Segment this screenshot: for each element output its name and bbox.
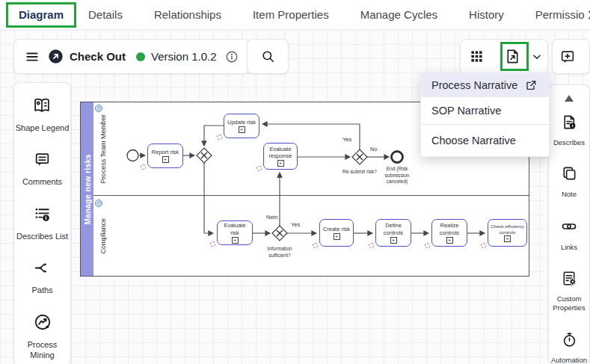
check-out-button[interactable]: Check Out: [70, 50, 126, 63]
right-tool-panel: Describes Note Links Custom Properties A…: [548, 84, 590, 364]
tab-manage-cycles[interactable]: Manage Cycles: [360, 8, 437, 21]
shape-legend-icon: [32, 96, 52, 118]
task-report-risk[interactable]: Report risk +: [147, 144, 183, 168]
task-evaluate-risk[interactable]: Evaluate risk +: [217, 220, 253, 245]
lane-label-strip: Compliance: [93, 197, 113, 277]
pool-header-band[interactable]: Manage new risks: [81, 102, 93, 276]
paths-icon: [33, 259, 52, 280]
panel-item-describes-list[interactable]: Describes List: [16, 205, 68, 241]
panel-item-note[interactable]: Note: [561, 165, 578, 199]
flow-label-nein: Nein: [266, 214, 277, 220]
panel-item-automation[interactable]: Automation: [551, 331, 587, 364]
subprocess-marker-icon: +: [446, 237, 453, 244]
pool-label: Manage new risks: [83, 154, 92, 225]
comment-plus-icon: [559, 49, 576, 65]
flow-label-yes: Yes: [291, 221, 300, 228]
panel-item-paths[interactable]: Paths: [31, 259, 52, 295]
panel-item-custom-properties[interactable]: Custom Properties: [549, 270, 589, 313]
reference-indicator-icon: [141, 164, 146, 170]
flow-label-no: No: [370, 146, 378, 152]
menu-item-choose-narrative[interactable]: Choose Narrative: [421, 125, 549, 156]
tab-details[interactable]: Details: [88, 8, 123, 21]
lane-label-strip: Process Team Member: [93, 102, 113, 195]
menu-item-sop-narrative[interactable]: SOP Narrative: [421, 97, 549, 124]
task-update-risk[interactable]: Update risk +: [224, 114, 259, 138]
reference-indicator-icon: [425, 243, 430, 248]
narrative-document-icon[interactable]: [504, 48, 521, 65]
check-out-icon[interactable]: [48, 49, 64, 64]
task-define-controls[interactable]: Define controls +: [375, 219, 411, 247]
describes-icon: [561, 114, 578, 134]
annotation-box-diagram-tab: Diagram: [6, 2, 76, 28]
reference-indicator-icon: [313, 243, 318, 248]
lane-label: Compliance: [99, 218, 107, 254]
chevron-down-icon[interactable]: [532, 52, 542, 62]
info-icon[interactable]: [225, 50, 239, 64]
gateway-question-label: Information sufficient?: [257, 246, 302, 259]
reference-indicator-icon: [256, 166, 262, 171]
subprocess-marker-icon: +: [334, 233, 340, 240]
grid-view-icon[interactable]: [470, 50, 483, 63]
reference-indicator-icon: [217, 135, 222, 140]
version-label: Version 1.0.2: [151, 50, 217, 63]
tab-relationships[interactable]: Relationships: [154, 8, 221, 21]
tab-permissions[interactable]: Permissio: [535, 8, 585, 21]
reference-indicator-icon: [210, 241, 215, 247]
tab-diagram[interactable]: Diagram: [19, 8, 64, 21]
left-tool-panel: Shape Legend Comments Describes List Pat…: [13, 82, 71, 364]
search-icon: [261, 49, 275, 64]
tab-bar: Diagram Details Relationships Item Prope…: [0, 0, 590, 30]
hamburger-menu-icon[interactable]: [25, 49, 40, 64]
task-realize-controls[interactable]: Realize controls +: [431, 219, 467, 247]
diagram-toolbar: Check Out Version 1.0.2: [13, 39, 250, 74]
lane-label: Process Team Member: [99, 114, 107, 183]
subprocess-marker-icon: +: [277, 160, 284, 167]
flow-label-yes: Yes: [342, 136, 351, 143]
panel-item-comments[interactable]: Comments: [22, 150, 62, 187]
automation-icon: [561, 331, 578, 351]
add-comment-button[interactable]: [552, 39, 590, 74]
task-create-risk[interactable]: Create risk +: [319, 219, 354, 247]
panel-item-describes[interactable]: Describes: [553, 114, 585, 147]
panel-item-process-mining[interactable]: Process Mining: [14, 312, 70, 361]
subprocess-marker-icon: +: [504, 235, 511, 242]
reference-indicator-icon: [481, 243, 486, 248]
panel-item-links[interactable]: Links: [560, 218, 578, 252]
tab-history[interactable]: History: [469, 8, 504, 21]
narrative-dropdown-menu: Process Narrative SOP Narrative Choose N…: [420, 73, 550, 157]
search-button[interactable]: [247, 39, 289, 74]
comments-icon: [33, 150, 52, 172]
external-link-icon: [525, 79, 537, 91]
subprocess-marker-icon: +: [232, 237, 239, 244]
tab-item-properties[interactable]: Item Properties: [253, 8, 329, 21]
links-icon: [560, 218, 578, 238]
menu-item-process-narrative[interactable]: Process Narrative: [421, 73, 549, 97]
task-evaluate-response[interactable]: Evaluate response +: [263, 143, 298, 170]
panel-item-shape-legend[interactable]: Shape Legend: [16, 96, 70, 133]
end-event-label: End (Risk submission canceled): [376, 166, 418, 185]
describes-list-icon: [33, 205, 52, 226]
subprocess-marker-icon: +: [162, 156, 169, 163]
subprocess-marker-icon: +: [390, 237, 397, 244]
task-check-efficiency-controls[interactable]: Check efficiency controls +: [488, 219, 527, 247]
scroll-up-icon[interactable]: [565, 91, 574, 105]
note-icon: [561, 165, 578, 185]
tabs-overflow-chevron-icon[interactable]: [585, 9, 590, 21]
view-tools-group: [460, 39, 548, 74]
process-mining-icon: [33, 312, 52, 335]
tab-row: Details Relationships Item Properties Ma…: [88, 8, 585, 21]
custom-properties-icon: [561, 270, 578, 290]
reference-indicator-icon: [369, 243, 374, 248]
version-status-dot: [136, 52, 145, 61]
subprocess-marker-icon: +: [239, 126, 245, 133]
